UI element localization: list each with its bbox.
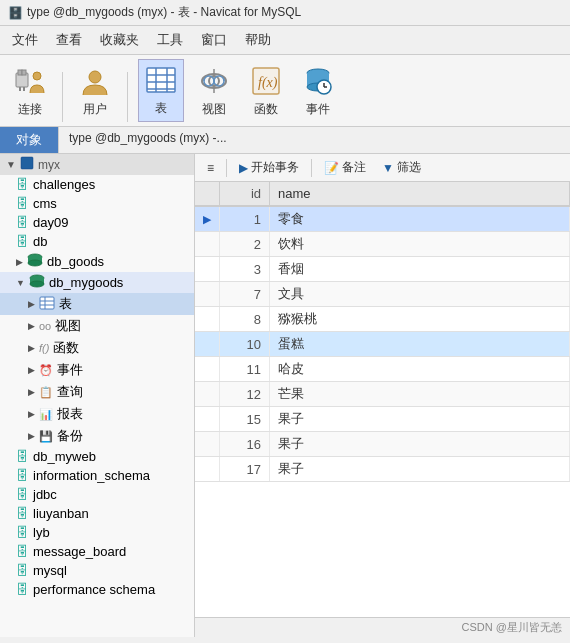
db-icon: 🗄 [16,506,29,521]
table-row[interactable]: 16果子 [195,432,570,457]
filter-btn[interactable]: ▼ 筛选 [376,157,427,178]
sidebar-item-lyb[interactable]: 🗄 lyb [0,523,194,542]
sidebar-item-info-schema[interactable]: 🗄 information_schema [0,466,194,485]
table-row[interactable]: 7文具 [195,282,570,307]
tab-objects[interactable]: 对象 [0,127,58,153]
sidebar-item-perf-schema[interactable]: 🗄 performance schema [0,580,194,599]
table-row[interactable]: ▶1零食 [195,206,570,232]
item-label: 表 [59,295,72,313]
sidebar-item-db_myweb[interactable]: 🗄 db_myweb [0,447,194,466]
title-bar-icon: 🗄️ [8,6,23,20]
db-colored-icon [27,253,43,270]
arrow-right-icon: ▶ [28,321,35,331]
arrow-icon: ▼ [6,159,16,170]
table-row[interactable]: 3香烟 [195,257,570,282]
begin-transaction-btn[interactable]: ▶ 开始事务 [233,157,305,178]
sidebar-item-backup-group[interactable]: ▶ 💾 备份 [0,425,194,447]
row-pointer [195,232,220,257]
table-row[interactable]: 8猕猴桃 [195,307,570,332]
menu-window[interactable]: 窗口 [193,28,235,52]
menu-favorites[interactable]: 收藏夹 [92,28,147,52]
toolbar-table[interactable]: 表 [138,59,184,122]
sidebar-item-event-group[interactable]: ▶ ⏰ 事件 [0,359,194,381]
cell-id: 17 [220,457,270,482]
event-group-icon: ⏰ [39,364,53,377]
sidebar-item-report-group[interactable]: ▶ 📊 报表 [0,403,194,425]
item-label: 查询 [57,383,83,401]
arrow-right-icon: ▶ [28,431,35,441]
cell-id: 11 [220,357,270,382]
server-icon [20,156,34,173]
item-label: 报表 [57,405,83,423]
menu-help[interactable]: 帮助 [237,28,279,52]
cell-id: 7 [220,282,270,307]
arrow-right-icon: ▶ [28,365,35,375]
table-row[interactable]: 2饮料 [195,232,570,257]
item-label: 函数 [53,339,79,357]
cell-name: 香烟 [270,257,570,282]
table-row[interactable]: 12芒果 [195,382,570,407]
table-row[interactable]: 11哈皮 [195,357,570,382]
sidebar-item-day09[interactable]: 🗄 day09 [0,213,194,232]
tab-bar: 对象 type @db_mygoods (myx) -... [0,127,570,154]
table-row[interactable]: 15果子 [195,407,570,432]
sidebar-server[interactable]: ▼ myx [0,154,194,175]
view-group-icon: oo [39,320,51,332]
menu-file[interactable]: 文件 [4,28,46,52]
func-group-icon: f() [39,342,49,354]
arrow-right-icon: ▶ [28,299,35,309]
transaction-icon: ▶ [239,161,248,175]
table-area: id name ▶1零食2饮料3香烟7文具8猕猴桃10蛋糕11哈皮12芒果15果… [195,182,570,617]
svg-point-35 [30,281,44,287]
table-header-row: id name [195,182,570,206]
toolbar-user[interactable]: 用户 [73,61,117,122]
sidebar-item-table-group[interactable]: ▶ 表 [0,293,194,315]
arrow-down-icon: ▼ [16,278,25,288]
sidebar-item-db[interactable]: 🗄 db [0,232,194,251]
sidebar-item-message-board[interactable]: 🗄 message_board [0,542,194,561]
toolbar-event[interactable]: 事件 [296,61,340,122]
toolbar-function[interactable]: f(x) 函数 [244,61,288,122]
tab-table[interactable]: type @db_mygoods (myx) -... [58,127,570,153]
backup-group-icon: 💾 [39,430,53,443]
cell-name: 零食 [270,206,570,232]
toolbar-sep-1 [62,72,63,122]
arrow-right-icon: ▶ [16,257,23,267]
menu-btn[interactable]: ≡ [201,159,220,177]
sidebar-item-query-group[interactable]: ▶ 📋 查询 [0,381,194,403]
table-row[interactable]: 17果子 [195,457,570,482]
menu-tools[interactable]: 工具 [149,28,191,52]
db-icon: 🗄 [16,525,29,540]
sidebar-item-view-group[interactable]: ▶ oo 视图 [0,315,194,337]
title-bar-text: type @db_mygoods (myx) - 表 - Navicat for… [27,4,301,21]
cell-name: 蛋糕 [270,332,570,357]
cell-id: 2 [220,232,270,257]
sidebar-item-challenges[interactable]: 🗄 challenges [0,175,194,194]
cell-id: 3 [220,257,270,282]
toolbar-view[interactable]: 视图 [192,61,236,122]
sidebar-item-liuyanban[interactable]: 🗄 liuyanban [0,504,194,523]
menu-view[interactable]: 查看 [48,28,90,52]
view-icon [198,65,230,97]
begin-transaction-label: 开始事务 [251,159,299,176]
col-header-id[interactable]: id [220,182,270,206]
sidebar-item-func-group[interactable]: ▶ f() 函数 [0,337,194,359]
sidebar-item-db_mygoods[interactable]: ▼ db_mygoods [0,272,194,293]
db-icon: 🗄 [16,487,29,502]
col-header-name[interactable]: name [270,182,570,206]
toolbar-connect[interactable]: 连接 [8,61,52,122]
item-label: lyb [33,525,50,540]
svg-rect-29 [21,157,33,169]
db-icon: 🗄 [16,468,29,483]
sidebar-item-jdbc[interactable]: 🗄 jdbc [0,485,194,504]
row-pointer [195,382,220,407]
sidebar-item-db_goods[interactable]: ▶ db_goods [0,251,194,272]
sidebar-item-mysql[interactable]: 🗄 mysql [0,561,194,580]
comment-btn[interactable]: 📝 备注 [318,157,372,178]
item-label: db_goods [47,254,104,269]
cell-id: 10 [220,332,270,357]
sidebar-item-cms[interactable]: 🗄 cms [0,194,194,213]
table-row[interactable]: 10蛋糕 [195,332,570,357]
arrow-right-icon: ▶ [28,343,35,353]
comment-label: 备注 [342,159,366,176]
